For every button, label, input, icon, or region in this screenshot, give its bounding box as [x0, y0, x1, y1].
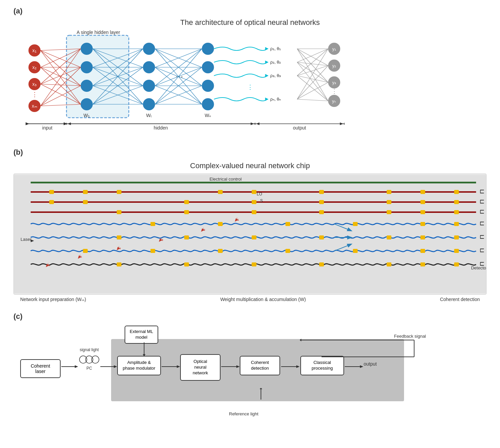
pc-label: PC: [79, 366, 99, 371]
svg-marker-228: [300, 339, 301, 341]
panel-c: (c) Feedback signal Reference light Cohe…: [13, 312, 487, 416]
svg-text:⊏: ⊏: [479, 208, 485, 215]
svg-text:LO: LO: [257, 192, 262, 196]
svg-marker-212: [114, 365, 117, 368]
svg-text:⋮: ⋮: [247, 84, 253, 90]
svg-point-35: [143, 98, 155, 110]
svg-marker-216: [177, 365, 180, 368]
arrow-laser-pc: [61, 363, 78, 371]
arrow-onn-coh: [221, 363, 240, 371]
svg-text:⊏: ⊏: [479, 198, 485, 205]
svg-rect-156: [454, 210, 459, 214]
svg-line-108: [297, 99, 328, 101]
svg-text:y₁: y₁: [332, 46, 336, 51]
svg-marker-218: [236, 365, 240, 368]
svg-rect-174: [353, 249, 358, 253]
optical-nn-label: Opticalneuralnetwork: [193, 359, 208, 375]
svg-text:output: output: [293, 125, 306, 130]
main-container: (a) The architecture of optical neural n…: [0, 0, 500, 423]
panel-b: (b) Complex-valued neural network chip E…: [13, 148, 487, 302]
svg-marker-220: [260, 388, 262, 389]
svg-rect-140: [421, 190, 425, 194]
chip-svg: Electrical control Laser: [14, 174, 486, 294]
chip-label-right: Coherent detection: [440, 297, 480, 302]
ml-model-box: External MLmodel: [125, 326, 158, 344]
svg-rect-151: [184, 210, 189, 214]
chip-label-left: Network input preparation (Wᵢₙ): [20, 297, 86, 302]
chip-labels: Network input preparation (Wᵢₙ) Weight m…: [13, 297, 487, 302]
svg-line-97: [297, 49, 328, 62]
arrow-ml-amp: [141, 342, 147, 358]
svg-text:⊏: ⊏: [479, 220, 485, 227]
reference-label: Reference light: [229, 411, 258, 416]
coherent-laser-label: Coherent laser: [31, 363, 50, 374]
svg-rect-182: [421, 262, 425, 266]
svg-marker-122: [256, 122, 260, 125]
svg-rect-163: [117, 235, 122, 239]
svg-point-54: [202, 43, 214, 55]
svg-rect-180: [319, 262, 324, 266]
svg-rect-165: [252, 235, 257, 239]
coherent-detection-label: Coherentdetection: [251, 360, 269, 371]
svg-line-101: [297, 49, 328, 76]
svg-rect-135: [117, 190, 122, 194]
svg-marker-117: [68, 122, 71, 125]
svg-rect-183: [454, 262, 459, 266]
svg-rect-170: [83, 249, 88, 253]
svg-marker-214: [143, 354, 145, 357]
svg-rect-149: [454, 200, 459, 204]
svg-marker-80: [265, 74, 269, 77]
svg-text:y₃: y₃: [332, 80, 336, 85]
svg-rect-138: [319, 190, 324, 194]
svg-text:ρ₂, θ₂: ρ₂, θ₂: [270, 60, 281, 65]
svg-rect-162: [454, 222, 459, 226]
svg-text:y₂: y₂: [332, 63, 336, 68]
svg-point-12: [81, 61, 93, 73]
svg-rect-177: [117, 262, 122, 266]
svg-rect-161: [421, 222, 425, 226]
svg-rect-139: [387, 190, 391, 194]
svg-marker-123: [340, 122, 343, 125]
svg-text:A single hidden layer: A single hidden layer: [77, 30, 121, 35]
svg-text:Wₜ: Wₜ: [146, 113, 152, 118]
svg-rect-137: [252, 190, 257, 194]
svg-text:W₁: W₁: [84, 113, 90, 118]
panel-a-label: (a): [13, 7, 23, 15]
svg-marker-83: [265, 98, 269, 101]
svg-text:Electrical control: Electrical control: [209, 177, 242, 182]
svg-rect-136: [218, 190, 223, 194]
chip-diagram: Electrical control Laser: [13, 174, 487, 295]
svg-rect-168: [421, 235, 425, 239]
svg-rect-169: [454, 235, 459, 239]
svg-text:input: input: [42, 125, 52, 130]
svg-text:x₂: x₂: [32, 65, 37, 70]
svg-line-95: [297, 49, 328, 82]
svg-point-55: [202, 61, 214, 73]
panel-c-label: (c): [13, 312, 23, 321]
svg-point-14: [81, 98, 93, 110]
svg-text:x₃: x₃: [32, 81, 37, 87]
svg-text:⋮: ⋮: [331, 88, 337, 95]
panel-a: (a) The architecture of optical neural n…: [13, 7, 487, 138]
svg-rect-159: [286, 222, 290, 226]
svg-marker-222: [296, 365, 300, 368]
svg-text:x₁: x₁: [32, 48, 37, 53]
svg-rect-172: [218, 249, 223, 253]
svg-rect-160: [353, 222, 358, 226]
svg-point-11: [81, 43, 93, 55]
svg-rect-173: [286, 249, 290, 253]
svg-marker-118: [251, 122, 254, 125]
panel-a-title: The architecture of optical neural netwo…: [13, 18, 487, 27]
amp-phase-box: Amplitude &phase modulator: [117, 356, 161, 375]
svg-text:Laser: Laser: [21, 237, 32, 242]
svg-point-33: [143, 61, 155, 73]
arrow-classical-output: [345, 363, 363, 371]
svg-text:ρ₁, θ₁: ρ₁, θ₁: [270, 46, 281, 51]
coherent-laser-box: Coherent laser: [20, 359, 61, 378]
svg-rect-178: [184, 262, 189, 266]
svg-rect-166: [319, 235, 324, 239]
signal-light-label: signal light: [79, 347, 99, 352]
svg-rect-142: [49, 200, 54, 204]
svg-point-13: [81, 80, 93, 92]
svg-rect-158: [218, 222, 223, 226]
